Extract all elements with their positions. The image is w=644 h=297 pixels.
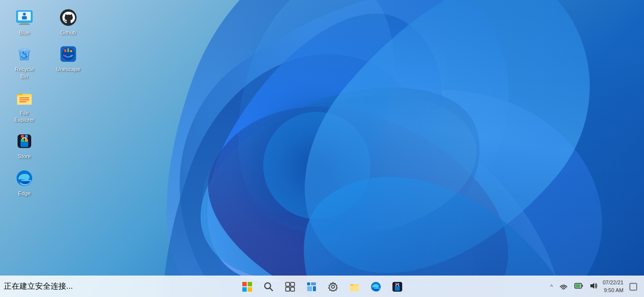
recycle-bin-icon bbox=[15, 44, 34, 64]
svg-point-26 bbox=[64, 55, 66, 57]
svg-rect-30 bbox=[242, 287, 247, 292]
battery-icon[interactable] bbox=[572, 281, 585, 292]
taskbar-file-explorer-button[interactable] bbox=[345, 277, 364, 297]
task-view-button[interactable] bbox=[280, 277, 300, 297]
icon-recycle-bin[interactable]: RecycleBin bbox=[5, 41, 44, 83]
taskbar-center bbox=[237, 277, 407, 297]
icon-github[interactable]: Github bbox=[49, 5, 88, 39]
svg-rect-28 bbox=[242, 282, 247, 286]
svg-rect-35 bbox=[291, 282, 294, 286]
svg-rect-31 bbox=[248, 287, 252, 292]
svg-rect-53 bbox=[582, 285, 583, 287]
svg-rect-6 bbox=[19, 50, 30, 52]
svg-rect-41 bbox=[313, 286, 316, 291]
widgets-button[interactable] bbox=[302, 277, 321, 297]
svg-point-42 bbox=[332, 285, 334, 288]
unescape-icon bbox=[59, 44, 78, 64]
datetime-display[interactable]: 07/22/21 9:50 AM bbox=[603, 279, 624, 294]
store-icon bbox=[15, 131, 34, 151]
network-icon[interactable] bbox=[558, 281, 569, 292]
taskbar: 正在建立安全连接... bbox=[0, 276, 644, 297]
taskbar-right: ^ bbox=[548, 279, 640, 294]
svg-rect-16 bbox=[25, 135, 28, 138]
settings-button[interactable] bbox=[323, 277, 343, 297]
svg-rect-55 bbox=[630, 283, 637, 290]
svg-point-4 bbox=[23, 13, 26, 16]
icon-edge[interactable]: Edge bbox=[5, 166, 44, 200]
svg-rect-44 bbox=[350, 285, 359, 291]
svg-rect-47 bbox=[395, 286, 400, 291]
github-label: Github bbox=[60, 29, 76, 36]
github-icon bbox=[59, 8, 78, 27]
blue-icon bbox=[15, 8, 34, 27]
svg-rect-39 bbox=[311, 282, 316, 285]
taskbar-store-button[interactable] bbox=[388, 277, 407, 297]
icon-blue[interactable]: Blue bbox=[5, 5, 44, 39]
svg-point-32 bbox=[265, 283, 271, 289]
icon-file-explorer[interactable]: FileExplorer bbox=[5, 85, 44, 127]
notification-button[interactable] bbox=[626, 280, 640, 294]
svg-rect-37 bbox=[291, 287, 294, 291]
svg-point-50 bbox=[563, 289, 564, 290]
icon-store[interactable]: Store bbox=[5, 129, 44, 163]
edge-label: Edge bbox=[18, 190, 31, 197]
tray-chevron[interactable]: ^ bbox=[548, 282, 555, 291]
edge-icon bbox=[15, 168, 34, 188]
svg-rect-2 bbox=[20, 22, 28, 24]
svg-rect-48 bbox=[395, 283, 397, 285]
icon-unescape[interactable]: Unescape bbox=[49, 41, 88, 75]
volume-icon[interactable] bbox=[588, 281, 600, 292]
blue-label: Blue bbox=[19, 29, 30, 36]
svg-rect-29 bbox=[248, 282, 252, 286]
unescape-label: Unescape bbox=[56, 66, 80, 73]
file-explorer-label: FileExplorer bbox=[15, 110, 35, 124]
svg-rect-36 bbox=[286, 287, 290, 291]
svg-rect-5 bbox=[22, 16, 27, 19]
store-label: Store bbox=[18, 153, 31, 160]
svg-line-33 bbox=[270, 288, 273, 291]
svg-rect-17 bbox=[21, 139, 24, 142]
svg-rect-23 bbox=[64, 49, 66, 52]
svg-rect-38 bbox=[307, 282, 310, 285]
desktop-icons-right: Github Unescape bbox=[49, 5, 88, 76]
recycle-bin-label: RecycleBin bbox=[15, 66, 34, 80]
svg-rect-25 bbox=[70, 50, 72, 52]
svg-rect-49 bbox=[397, 283, 399, 285]
search-button[interactable] bbox=[259, 277, 278, 297]
svg-rect-24 bbox=[67, 48, 69, 52]
svg-rect-52 bbox=[576, 284, 581, 288]
svg-rect-3 bbox=[19, 24, 30, 25]
svg-rect-40 bbox=[307, 286, 312, 291]
svg-rect-34 bbox=[286, 282, 290, 286]
desktop-icons-left: Blue RecycleBin bbox=[5, 5, 44, 200]
svg-point-27 bbox=[70, 55, 72, 57]
svg-rect-18 bbox=[25, 139, 28, 142]
svg-marker-54 bbox=[590, 283, 594, 289]
svg-rect-15 bbox=[21, 135, 24, 138]
file-explorer-icon bbox=[15, 88, 34, 108]
svg-rect-7 bbox=[22, 49, 27, 50]
taskbar-status-text: 正在建立安全连接... bbox=[4, 281, 73, 292]
desktop: Blue RecycleBin bbox=[0, 0, 644, 297]
start-button[interactable] bbox=[237, 277, 257, 297]
taskbar-edge-button[interactable] bbox=[366, 277, 386, 297]
bloom-decoration bbox=[0, 0, 644, 297]
